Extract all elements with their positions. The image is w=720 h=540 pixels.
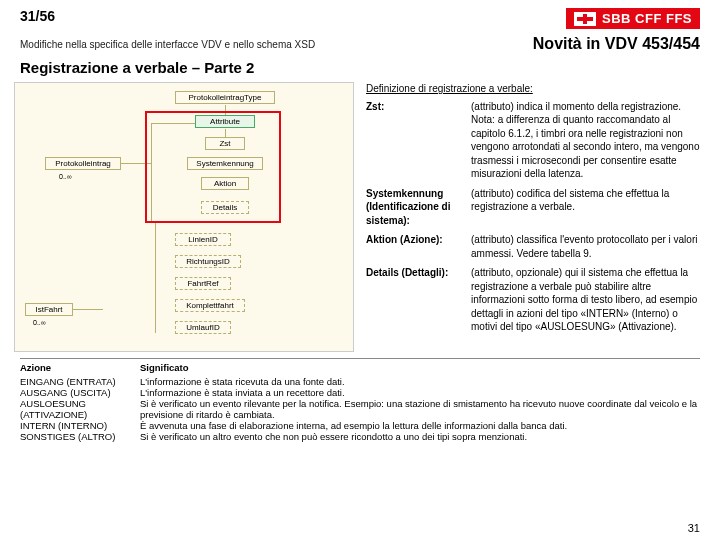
d-proto: Protokolleintrag [45, 157, 121, 170]
def-term: Aktion (Azione): [366, 233, 471, 260]
def-row: Systemkennung (Identificazione di sistem… [366, 187, 706, 228]
td-b: È avvenuta una fase di elaborazione inte… [140, 420, 700, 431]
def-row: Zst:(attributo) indica il momento della … [366, 100, 706, 181]
d-root: ProtokolleintragType [175, 91, 275, 104]
def-desc: (attributo) classifica l'evento protocol… [471, 233, 706, 260]
sbb-cross-icon [574, 12, 596, 26]
def-desc: (attributo) indica il momento della regi… [471, 100, 706, 181]
th-action: Azione [20, 362, 140, 373]
def-row: Aktion (Azione):(attributo) classifica l… [366, 233, 706, 260]
actions-table: AzioneSignificato EINGANG (ENTRATA)L'inf… [0, 352, 720, 442]
slide-counter: 31/56 [20, 8, 55, 24]
page-number: 31 [688, 522, 700, 534]
section-title: Registrazione a verbale – Parte 2 [0, 55, 720, 82]
td-b: Si è verificato un altro evento che non … [140, 431, 700, 442]
d-fahrt: FahrtRef [175, 277, 231, 290]
td-a: AUSLOESUNG (ATTIVAZIONE) [20, 398, 140, 420]
td-b: L'informazione è stata ricevuta da una f… [140, 376, 700, 387]
th-meaning: Significato [140, 362, 700, 373]
def-row: Details (Dettagli):(attributo, opzionale… [366, 266, 706, 334]
d-istfahrt: IstFahrt [25, 303, 73, 316]
subtitle: Modifiche nella specifica delle interfac… [20, 39, 315, 50]
def-term: Systemkennung (Identificazione di sistem… [366, 187, 471, 228]
def-desc: (attributo, opzionale) qui il sistema ch… [471, 266, 706, 334]
def-desc: (attributo) codifica del sistema che eff… [471, 187, 706, 228]
definitions: Definizione di registrazione a verbale: … [366, 82, 706, 352]
d-komplett: Komplettfahrt [175, 299, 245, 312]
d-linien: LinienID [175, 233, 231, 246]
xsd-diagram: ProtokolleintragType Attribute Zst Syste… [14, 82, 354, 352]
sbb-logo: SBB CFF FFS [566, 8, 700, 29]
def-title: Definizione di registrazione a verbale: [366, 82, 706, 96]
td-a: SONSTIGES (ALTRO) [20, 431, 140, 442]
def-term: Details (Dettagli): [366, 266, 471, 334]
logo-text: SBB CFF FFS [602, 11, 692, 26]
td-b: Si è verificato un evento rilevante per … [140, 398, 700, 420]
d-umlauf: UmlaufID [175, 321, 231, 334]
td-a: EINGANG (ENTRATA) [20, 376, 140, 387]
td-a: INTERN (INTERNO) [20, 420, 140, 431]
def-term: Zst: [366, 100, 471, 181]
td-b: L'informazione è stata inviata a un rece… [140, 387, 700, 398]
d-zero2: 0..∞ [33, 319, 46, 326]
title-right: Novità in VDV 453/454 [533, 35, 700, 53]
d-zero: 0..∞ [59, 173, 72, 180]
red-highlight [145, 111, 281, 223]
d-richt: RichtungsID [175, 255, 241, 268]
td-a: AUSGANG (USCITA) [20, 387, 140, 398]
